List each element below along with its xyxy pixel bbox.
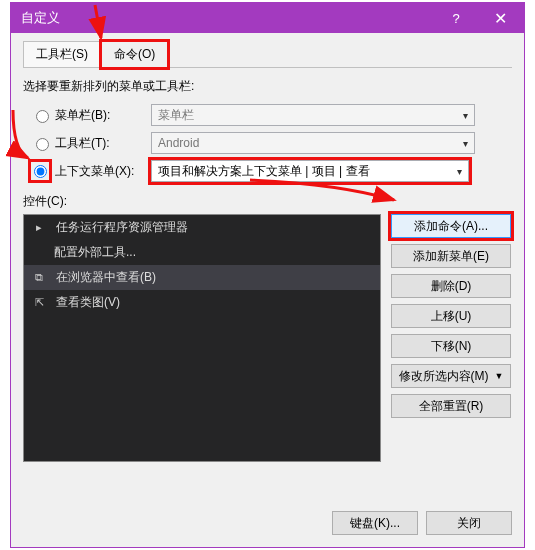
submenu-icon: ▸	[32, 221, 46, 234]
list-item[interactable]: ⇱ 查看类图(V)	[24, 290, 380, 315]
reset-all-button[interactable]: 全部重置(R)	[391, 394, 511, 418]
dialog-content: 工具栏(S) 命令(O) 选择要重新排列的菜单或工具栏: 菜单栏(B): 菜单栏…	[11, 33, 524, 547]
radio-context-row: 上下文菜单(X): 项目和解决方案上下文菜单 | 项目 | 查看 ▾	[31, 160, 512, 182]
rearrange-label: 选择要重新排列的菜单或工具栏:	[23, 78, 512, 95]
window-title: 自定义	[21, 9, 434, 27]
list-item-label: 查看类图(V)	[56, 294, 120, 311]
chevron-down-icon: ▾	[463, 138, 468, 149]
dialog-footer: 键盘(K)... 关闭	[23, 501, 512, 535]
radio-context-label: 上下文菜单(X):	[55, 163, 151, 180]
side-buttons: 添加命令(A)... 添加新菜单(E) 删除(D) 上移(U) 下移(N) 修改…	[391, 214, 511, 501]
list-item-label: 任务运行程序资源管理器	[56, 219, 188, 236]
chevron-down-icon: ▼	[495, 371, 504, 381]
close-button[interactable]: ✕	[478, 4, 522, 32]
toolbar-dropdown[interactable]: Android ▾	[151, 132, 475, 154]
close-dialog-button[interactable]: 关闭	[426, 511, 512, 535]
list-item[interactable]: 配置外部工具...	[24, 240, 380, 265]
controls-list[interactable]: ▸ 任务运行程序资源管理器 配置外部工具... ⧉ 在浏览器中查看(B) ⇱ 查…	[23, 214, 381, 462]
browser-icon: ⧉	[32, 271, 46, 284]
titlebar: 自定义 ? ✕	[11, 3, 524, 33]
list-item-label: 在浏览器中查看(B)	[56, 269, 156, 286]
tab-commands[interactable]: 命令(O)	[101, 41, 168, 68]
tabstrip: 工具栏(S) 命令(O)	[23, 41, 512, 68]
menubar-dropdown[interactable]: 菜单栏 ▾	[151, 104, 475, 126]
move-up-button[interactable]: 上移(U)	[391, 304, 511, 328]
delete-button[interactable]: 删除(D)	[391, 274, 511, 298]
main-row: ▸ 任务运行程序资源管理器 配置外部工具... ⧉ 在浏览器中查看(B) ⇱ 查…	[23, 214, 512, 501]
keyboard-button[interactable]: 键盘(K)...	[332, 511, 418, 535]
classview-icon: ⇱	[32, 296, 46, 309]
add-command-button[interactable]: 添加命令(A)...	[391, 214, 511, 238]
context-dropdown[interactable]: 项目和解决方案上下文菜单 | 项目 | 查看 ▾	[151, 160, 469, 182]
add-menu-button[interactable]: 添加新菜单(E)	[391, 244, 511, 268]
list-item[interactable]: ⧉ 在浏览器中查看(B)	[24, 265, 380, 290]
chevron-down-icon: ▾	[463, 110, 468, 121]
radio-toolbar-label: 工具栏(T):	[55, 135, 151, 152]
controls-label: 控件(C):	[23, 193, 512, 210]
list-item-label: 配置外部工具...	[54, 244, 136, 261]
list-item[interactable]: ▸ 任务运行程序资源管理器	[24, 215, 380, 240]
radio-menubar[interactable]	[36, 110, 49, 123]
radio-menubar-label: 菜单栏(B):	[55, 107, 151, 124]
customize-dialog: 自定义 ? ✕ 工具栏(S) 命令(O) 选择要重新排列的菜单或工具栏: 菜单栏…	[10, 2, 525, 548]
radio-menubar-row: 菜单栏(B): 菜单栏 ▾	[31, 104, 512, 126]
radio-toolbar-row: 工具栏(T): Android ▾	[31, 132, 512, 154]
chevron-down-icon: ▾	[457, 166, 462, 177]
modify-selection-button[interactable]: 修改所选内容(M) ▼	[391, 364, 511, 388]
radio-toolbar[interactable]	[36, 138, 49, 151]
help-button[interactable]: ?	[434, 4, 478, 32]
move-down-button[interactable]: 下移(N)	[391, 334, 511, 358]
radio-context[interactable]	[34, 165, 47, 178]
tab-toolbar[interactable]: 工具栏(S)	[23, 41, 101, 68]
